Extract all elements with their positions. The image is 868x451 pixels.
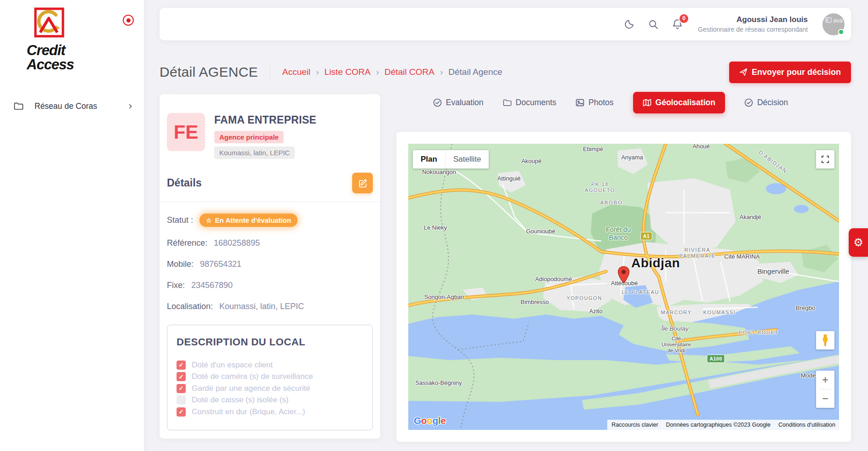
chevron-right-icon: › [129, 101, 132, 111]
credit-access-logo-icon [34, 7, 64, 38]
checkbox[interactable] [177, 395, 186, 405]
topbar: 0 Agoussi Jean louis Gestionnaire de rés… [160, 8, 851, 40]
status-badge: ☆ En Attente d'évaluation [200, 214, 297, 227]
local-description-box: DESCRIPTION DU LOCAL Doté d'un espace cl… [167, 325, 373, 430]
app-root: Credit Access Réseau de Coras › [0, 0, 868, 451]
description-item: Doté de caméra (s) de surveillance [177, 371, 363, 383]
description-item: Doté d'un espace client [177, 359, 363, 371]
pegman-street-view-button[interactable] [816, 331, 834, 350]
tab-documents[interactable]: Documents [503, 98, 557, 107]
description-item: Construit en dur (Brique, Acier...) [177, 406, 363, 418]
avatar[interactable]: ava [822, 13, 845, 35]
map-canvas[interactable]: EbimpéAhouéAnyamaD'ABIDJANAkoupéNokouang… [408, 144, 839, 430]
breadcrumb-liste-cora[interactable]: Liste CORA [325, 67, 371, 77]
main-area: 0 Agoussi Jean louis Gestionnaire de rés… [144, 0, 868, 451]
sidebar-toggle-button[interactable] [123, 15, 134, 26]
sidebar-item-reseau-de-coras[interactable]: Réseau de Coras › [0, 96, 144, 117]
tab-photos[interactable]: Photos [576, 98, 613, 107]
edit-button[interactable] [352, 173, 373, 193]
breadcrumb-accueil[interactable]: Accueil [282, 67, 310, 77]
tab-decision[interactable]: Décision [744, 98, 788, 107]
agency-initials-avatar: FE [167, 113, 205, 151]
folder-icon [14, 102, 23, 110]
search-button[interactable] [646, 17, 660, 31]
send-icon [739, 68, 748, 76]
image-icon [576, 98, 584, 107]
app-logo: Credit Access [0, 0, 144, 72]
star-icon: ☆ [206, 217, 212, 224]
map-attribution: Raccourcis clavier Données cartographiqu… [607, 420, 839, 430]
broken-image-icon [825, 17, 832, 23]
keyboard-shortcuts-link[interactable]: Raccourcis clavier [607, 420, 662, 430]
pegman-icon [821, 334, 829, 346]
search-icon [648, 19, 659, 30]
avatar-alt-text: ava [833, 17, 843, 24]
check-circle-icon [433, 98, 442, 107]
app-logo-text: Credit Access [27, 43, 144, 72]
chevron-right-icon: › [376, 67, 379, 77]
description-item: Gardé par une agence de sécurité [177, 383, 363, 395]
moon-icon [624, 19, 635, 30]
notifications-button[interactable]: 0 [670, 17, 684, 31]
description-item: Doté de caisse (s) isolée (s) [177, 395, 363, 406]
map-zoom-control: + − [816, 371, 834, 408]
tab-evaluation[interactable]: Evaluation [433, 98, 484, 107]
agency-name: FAMA ENTREPRISE [214, 114, 316, 126]
zoom-in-button[interactable]: + [816, 371, 834, 389]
settings-gear-button[interactable]: ⚙ [849, 228, 868, 257]
field-status: Statut : ☆ En Attente d'évaluation [160, 214, 380, 227]
page-head: Détail AGENCE Accueil › Liste CORA › Dét… [160, 60, 851, 85]
map-artwork [408, 144, 839, 430]
gear-icon: ⚙ [853, 236, 863, 248]
page-title: Détail AGENCE [160, 64, 258, 80]
google-logo[interactable]: Google [414, 415, 445, 426]
fullscreen-icon [821, 155, 829, 163]
breadcrumb-detail-cora[interactable]: Détail CORA [384, 67, 434, 77]
agency-location-badge: Koumassi, latin, LEPIC [214, 147, 295, 159]
agency-card: FE FAMA ENTREPRISE Agence principale Kou… [160, 94, 380, 439]
checkbox[interactable] [177, 361, 186, 370]
field-reference: Référence: 1680258895 [160, 238, 380, 248]
map-type-plan-button[interactable]: Plan [413, 150, 445, 169]
details-title: Détails [167, 177, 201, 189]
map-data-attribution: Données cartographiques ©2023 Google [662, 420, 774, 430]
detail-tabs: Evaluation Documents Photos Géolocalisat… [433, 91, 788, 113]
terms-link[interactable]: Conditions d'utilisation [774, 420, 839, 430]
field-mobile: Mobile: 987654321 [160, 259, 380, 269]
notification-count-badge: 0 [679, 13, 689, 24]
map-type-satellite-button[interactable]: Satellite [445, 150, 489, 169]
breadcrumb-current: Détail Agence [448, 67, 502, 77]
local-description-title: DESCRIPTION DU LOCAL [177, 336, 363, 348]
online-status-dot [838, 29, 844, 35]
checkbox[interactable] [177, 407, 186, 417]
dark-mode-button[interactable] [622, 17, 636, 31]
user-name: Agoussi Jean louis [698, 15, 808, 24]
user-role: Gestionnaire de réseau correspondant [698, 26, 808, 33]
chevron-right-icon: › [316, 67, 319, 77]
map-icon [643, 98, 651, 107]
check-circle-icon [744, 98, 753, 107]
sidebar: Credit Access Réseau de Coras › [0, 0, 144, 451]
record-icon [126, 18, 131, 23]
fullscreen-button[interactable] [816, 150, 834, 169]
tab-geolocalisation[interactable]: Géolocalisation [633, 92, 725, 113]
divider [270, 63, 270, 81]
send-for-decision-button[interactable]: Envoyer pour décision [729, 62, 851, 83]
edit-pencil-icon [358, 179, 367, 188]
checkbox[interactable] [177, 372, 186, 381]
map-card: EbimpéAhouéAnyamaD'ABIDJANAkoupéNokouang… [396, 132, 851, 442]
divider [160, 202, 380, 202]
map-type-control: Plan Satellite [413, 150, 489, 169]
zoom-out-button[interactable]: − [816, 389, 834, 408]
map-marker-pin[interactable] [617, 266, 630, 284]
user-meta: Agoussi Jean louis Gestionnaire de résea… [698, 15, 808, 33]
breadcrumb: Accueil › Liste CORA › Détail CORA › Dét… [282, 67, 503, 77]
folder-icon [503, 99, 512, 107]
chevron-right-icon: › [440, 67, 443, 77]
agency-type-badge: Agence principale [214, 131, 284, 143]
sidebar-item-label: Réseau de Coras [34, 101, 97, 111]
checkbox[interactable] [177, 384, 186, 393]
field-localisation: Localisation: Koumassi, latin, LEPIC [160, 302, 380, 311]
field-fixe: Fixe: 234567890 [160, 281, 380, 290]
